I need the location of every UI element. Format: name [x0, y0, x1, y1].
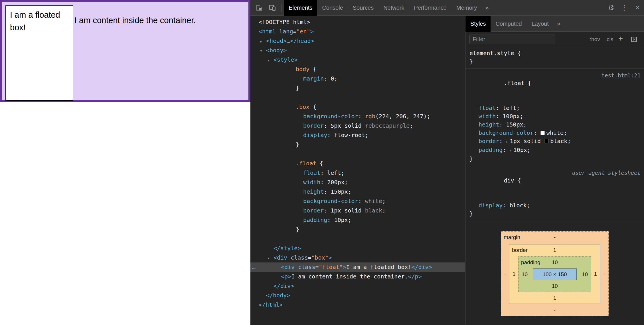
code-line[interactable]: </body>	[250, 291, 465, 300]
code-line[interactable]: margin: 0;	[250, 74, 465, 83]
code-line[interactable]: }	[250, 225, 465, 234]
css-declaration[interactable]: border: ▸1px solid black;	[469, 137, 644, 146]
settings-gear-icon[interactable]: ⚙	[605, 0, 618, 16]
elements-tree: <!DOCTYPE html><html lang="en">▸<head>…<…	[250, 16, 465, 310]
css-declaration[interactable]: width: 100px;	[469, 112, 644, 121]
border-bottom-value: 1	[509, 295, 600, 301]
box-model-content[interactable]: 100 × 150	[533, 268, 577, 280]
rendered-box-container: I am a floated box! I am content inside …	[0, 0, 250, 102]
padding-top-value: 10	[519, 259, 591, 266]
close-icon[interactable]: ×	[631, 0, 644, 16]
css-declaration[interactable]: display: block;	[469, 201, 644, 210]
tab-sources[interactable]: Sources	[348, 0, 378, 16]
float-rule-declarations: float: left;width: 100px;height: 150px;b…	[469, 104, 644, 155]
device-toolbar-icon[interactable]	[266, 0, 279, 16]
kebab-menu-icon[interactable]: ⋮	[618, 0, 631, 16]
code-line[interactable]: <html lang="en">	[250, 27, 465, 36]
code-line[interactable]	[250, 93, 465, 102]
code-line[interactable]: border: 1px solid black;	[250, 206, 465, 215]
code-line[interactable]: ▾<div class="box">	[250, 253, 465, 262]
code-line[interactable]: background-color: white;	[250, 196, 465, 206]
rendered-float-box: I am a floated box!	[5, 5, 73, 101]
css-declaration[interactable]: padding: ▸10px;	[469, 146, 644, 155]
styles-more-tabs-chevron[interactable]: »	[554, 16, 564, 32]
stylesheet-source-link[interactable]: test.html:21	[602, 71, 641, 80]
element-style-rule[interactable]: element.style { }	[465, 47, 644, 69]
tab-console[interactable]: Console	[317, 0, 348, 16]
code-line[interactable]: .float {	[250, 159, 465, 168]
expand-arrow-icon[interactable]: ▸	[260, 37, 266, 46]
styles-sidebar: StylesComputedLayout » Filter :hov .cls …	[465, 16, 644, 325]
box-model-margin-ring[interactable]: margin - - - - border 1 1 1 1 padding	[501, 231, 609, 316]
code-line[interactable]: }	[250, 140, 465, 149]
code-line[interactable]	[250, 149, 465, 159]
styles-tab-computed[interactable]: Computed	[491, 16, 526, 32]
tab-elements[interactable]: Elements	[284, 0, 317, 16]
tab-performance[interactable]: Performance	[409, 0, 452, 16]
rule-open: div { user agent stylesheet	[469, 168, 644, 201]
hov-toggle[interactable]: :hov	[590, 36, 600, 43]
margin-left-value: -	[504, 232, 506, 316]
box-model-padding-ring[interactable]: padding 10 10 10 10 100 × 150	[518, 256, 591, 292]
more-tabs-chevron[interactable]: »	[482, 0, 492, 16]
border-left-value: 1	[513, 244, 516, 304]
margin-top-value: -	[501, 234, 608, 240]
styles-tab-layout[interactable]: Layout	[527, 16, 554, 32]
code-line[interactable]: .box {	[250, 102, 465, 112]
div-rule-declarations: display: block;	[469, 201, 644, 210]
code-line[interactable]: ▸<head>…</head>	[250, 36, 465, 46]
devtools-toolbar: ElementsConsoleSourcesNetworkPerformance…	[250, 0, 644, 16]
code-line[interactable]: ▾<body>	[250, 46, 465, 55]
code-line[interactable]	[250, 234, 465, 244]
styles-tab-styles[interactable]: Styles	[465, 16, 491, 32]
filter-input[interactable]: Filter	[469, 35, 555, 44]
styles-tabs-inner: StylesComputedLayout	[465, 16, 554, 31]
code-line[interactable]: </div>	[250, 281, 465, 291]
code-line[interactable]: </html>	[250, 300, 465, 310]
code-line-selected[interactable]: …<div class="float">I am a floated box!<…	[250, 262, 465, 272]
code-line[interactable]: width: 200px;	[250, 178, 465, 187]
cls-toggle[interactable]: .cls	[605, 36, 613, 43]
devtools-tabs: ElementsConsoleSourcesNetworkPerformance…	[284, 0, 482, 15]
box-model-border-ring[interactable]: border 1 1 1 1 padding 10 10 10 10	[509, 244, 600, 304]
tab-network[interactable]: Network	[378, 0, 409, 16]
code-line[interactable]: background-color: rgb(224, 206, 247);	[250, 112, 465, 121]
code-line[interactable]: <!DOCTYPE html>	[250, 17, 465, 27]
css-declaration[interactable]: background-color: white;	[469, 129, 644, 137]
code-line[interactable]: body {	[250, 65, 465, 74]
collapse-arrow-icon[interactable]: ▾	[267, 254, 274, 263]
collapse-arrow-icon[interactable]: ▾	[260, 46, 266, 56]
code-line[interactable]: }	[250, 83, 465, 93]
margin-bottom-value: -	[501, 307, 608, 313]
css-declaration[interactable]: float: left;	[469, 104, 644, 112]
expand-shorthand-icon[interactable]: ▸	[506, 139, 508, 144]
styles-tabs: StylesComputedLayout »	[465, 16, 644, 32]
node-menu-dots[interactable]: …	[252, 262, 256, 272]
tab-memory[interactable]: Memory	[451, 0, 482, 16]
margin-right-value: -	[604, 232, 605, 316]
code-line[interactable]: </style>	[250, 244, 465, 253]
border-top-value: 1	[509, 247, 600, 253]
code-line[interactable]: <p>I am content inside the container.</p…	[250, 272, 465, 281]
code-line[interactable]: border: 5px solid rebeccapurple;	[250, 121, 465, 131]
div-style-rule[interactable]: div { user agent stylesheet display: blo…	[465, 166, 644, 221]
sidebar-toggle-icon[interactable]	[628, 33, 640, 46]
rule-open: element.style {	[469, 49, 644, 57]
devtools-main: <!DOCTYPE html><html lang="en">▸<head>…<…	[250, 16, 644, 325]
color-swatch[interactable]	[544, 139, 548, 143]
color-swatch[interactable]	[540, 131, 545, 135]
code-line[interactable]: ▾<style>	[250, 55, 465, 65]
user-agent-stylesheet-note: user agent stylesheet	[572, 169, 641, 177]
styles-filter-row: Filter :hov .cls +	[465, 32, 644, 47]
expand-shorthand-icon[interactable]: ▸	[509, 148, 512, 153]
inspect-icon[interactable]	[253, 0, 266, 16]
toolbar-separator	[281, 4, 282, 12]
code-line[interactable]: display: flow-root;	[250, 131, 465, 140]
collapse-arrow-icon[interactable]: ▾	[267, 56, 274, 65]
code-line[interactable]: height: 150px;	[250, 187, 465, 196]
code-line[interactable]: float: left;	[250, 168, 465, 178]
code-line[interactable]: padding: 10px;	[250, 215, 465, 225]
new-style-rule-button[interactable]: +	[618, 34, 623, 43]
css-declaration[interactable]: height: 150px;	[469, 121, 644, 129]
float-style-rule[interactable]: .float { test.html:21 float: left;width:…	[465, 69, 644, 166]
